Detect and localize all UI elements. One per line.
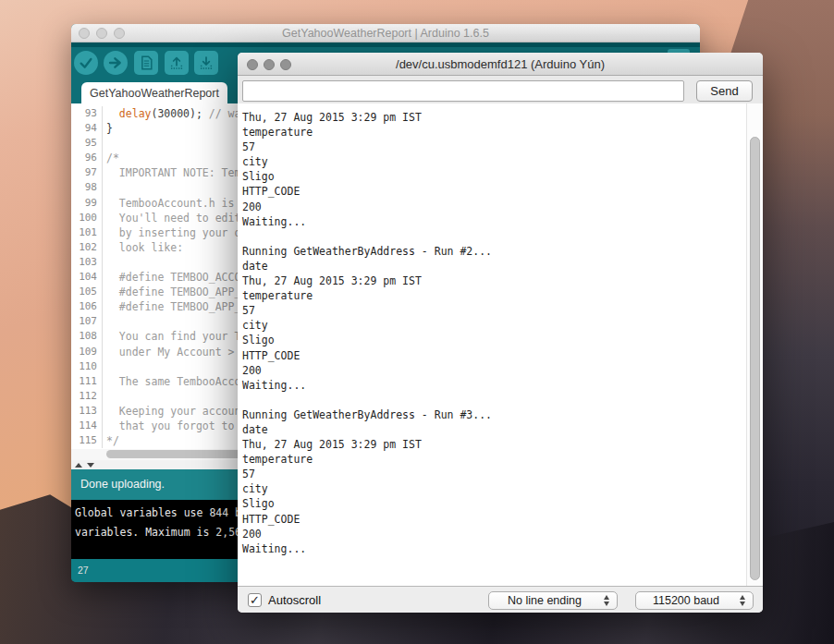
serial-line: Sligo [242, 169, 746, 184]
serial-line [242, 393, 746, 407]
serial-line: Waiting... [242, 214, 746, 229]
line-ending-dropdown[interactable]: No line ending [488, 591, 618, 610]
code-text [103, 314, 106, 329]
baud-rate-value: 115200 baud [653, 594, 719, 607]
serial-line: 200 [242, 363, 746, 378]
line-number: 93 [71, 106, 103, 121]
line-number: 100 [71, 211, 103, 225]
code-text: Keeping your accoun [103, 404, 240, 419]
serial-line: 57 [242, 467, 746, 481]
code-text: look like: [103, 240, 183, 255]
serial-line: 200 [242, 527, 746, 541]
serial-line: date [242, 422, 746, 437]
stepper-arrows-icon [740, 595, 745, 606]
line-number: 102 [71, 240, 103, 255]
serial-line: Running GetWeatherByAddress - Run #3... [242, 407, 746, 422]
line-ending-value: No line ending [508, 594, 582, 607]
send-button[interactable]: Send [696, 80, 753, 102]
save-sketch-button[interactable] [194, 51, 218, 75]
arrow-right-icon [108, 55, 123, 70]
serial-line: temperature [242, 452, 746, 467]
serial-line: 57 [242, 303, 746, 318]
code-text: You'll need to edit [103, 211, 240, 225]
serial-bottombar: ✓ Autoscroll No line ending 115200 baud [238, 586, 763, 613]
line-number: 115 [71, 433, 103, 448]
code-text: #define TEMBOO_APP_ [103, 285, 240, 299]
line-number: 114 [71, 419, 103, 433]
ide-window-title: GetYahooWeatherReport | Arduino 1.6.5 [71, 24, 700, 43]
tab-getyahooweatherreport[interactable]: GetYahooWeatherReport [81, 82, 227, 103]
upload-button[interactable] [104, 51, 128, 75]
line-number: 108 [71, 329, 103, 344]
serial-line: Sligo [242, 496, 746, 511]
serial-scrollbar-thumb[interactable] [750, 137, 760, 580]
serial-line: 57 [242, 140, 746, 154]
code-text: delay(30000); // wa [103, 106, 240, 121]
code-text [103, 389, 106, 404]
serial-line: Thu, 27 Aug 2015 3:29 pm IST [242, 110, 746, 125]
document-icon [140, 55, 153, 70]
serial-titlebar[interactable]: /dev/cu.usbmodemfd121 (Arduino Yún) [238, 53, 763, 76]
code-text: IMPORTANT NOTE: Tem [103, 165, 240, 180]
line-number: 105 [71, 285, 103, 299]
serial-line: date [242, 259, 746, 273]
serial-line: Running GetWeatherByAddress - Run #2... [242, 244, 746, 259]
collapse-down-icon[interactable] [87, 463, 94, 468]
serial-line: Waiting... [242, 378, 746, 393]
line-number: 104 [71, 270, 103, 285]
arrow-up-tray-icon [169, 55, 184, 70]
line-number: 101 [71, 225, 103, 240]
serial-output[interactable]: Thu, 27 Aug 2015 3:29 pm ISTtemperature5… [238, 103, 746, 586]
line-number: 107 [71, 314, 103, 329]
serial-line: Waiting... [242, 541, 746, 556]
serial-line: 200 [242, 200, 746, 214]
code-text: You can find your T [103, 329, 240, 344]
line-number: 96 [71, 151, 103, 165]
code-text [103, 255, 106, 270]
line-number: 99 [71, 196, 103, 211]
open-sketch-button[interactable] [165, 51, 189, 75]
baud-rate-dropdown[interactable]: 115200 baud [635, 591, 754, 610]
serial-output-lines: Thu, 27 Aug 2015 3:29 pm ISTtemperature5… [242, 110, 746, 556]
code-text: #define TEMBOO_ACCO [103, 270, 240, 285]
desktop: GetYahooWeatherReport | Arduino 1.6.5 [0, 0, 834, 644]
line-number: 112 [71, 389, 103, 404]
line-number: 109 [71, 345, 103, 359]
serial-line [242, 229, 746, 244]
code-text [103, 359, 106, 374]
line-number: 103 [71, 255, 103, 270]
serial-line: temperature [242, 288, 746, 303]
serial-line: Sligo [242, 333, 746, 347]
collapse-up-icon[interactable] [75, 463, 82, 468]
code-text [103, 136, 106, 151]
stepper-arrows-icon [604, 595, 609, 606]
serial-line: HTTP_CODE [242, 184, 746, 199]
code-text [103, 180, 106, 195]
code-text: } [103, 121, 113, 136]
code-text: by inserting your o [103, 225, 240, 240]
line-number: 94 [71, 121, 103, 136]
serial-line: Thu, 27 Aug 2015 3:29 pm IST [242, 273, 746, 288]
verify-button[interactable] [74, 51, 98, 75]
arrow-down-tray-icon [199, 55, 214, 70]
serial-send-input[interactable] [242, 80, 684, 102]
code-text: /* [103, 151, 119, 165]
code-text: TembooAccount.h is [103, 196, 234, 211]
autoscroll-checkbox[interactable]: ✓ [248, 593, 262, 607]
serial-line: HTTP_CODE [242, 348, 746, 363]
code-text: that you forgot to [103, 419, 234, 433]
serial-line: temperature [242, 125, 746, 140]
line-number: 97 [71, 165, 103, 180]
line-number: 111 [71, 374, 103, 389]
serial-window-title: /dev/cu.usbmodemfd121 (Arduino Yún) [238, 53, 763, 76]
check-icon [79, 55, 93, 70]
new-sketch-button[interactable] [134, 51, 158, 75]
line-number: 95 [71, 136, 103, 151]
line-number: 98 [71, 180, 103, 195]
serial-scrollbar[interactable] [746, 103, 763, 586]
serial-line: HTTP_CODE [242, 512, 746, 527]
code-text: */ [103, 433, 119, 448]
ide-titlebar[interactable]: GetYahooWeatherReport | Arduino 1.6.5 [71, 24, 700, 43]
line-number: 106 [71, 299, 103, 314]
serial-line: city [242, 481, 746, 496]
